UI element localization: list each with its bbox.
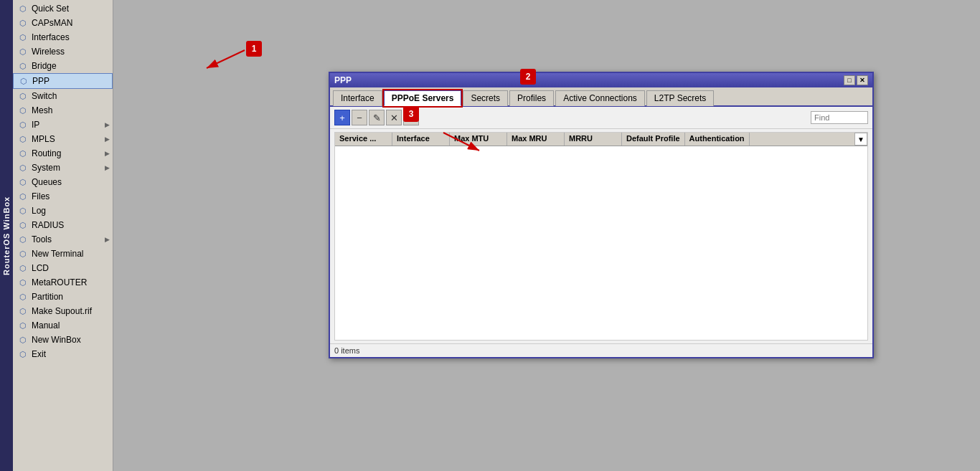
sidebar-item-radius[interactable]: ⬡RADIUS — [13, 218, 113, 232]
titlebar-buttons: □ ✕ — [844, 75, 868, 85]
sidebar-item-switch[interactable]: ⬡Switch — [13, 89, 113, 103]
ip-icon: ⬡ — [17, 119, 29, 130]
routing-arrow-icon: ▶ — [105, 150, 110, 157]
new-winbox-icon: ⬡ — [17, 334, 29, 346]
sidebar-label-quick-set: Quick Set — [32, 4, 110, 14]
manual-icon: ⬡ — [17, 320, 29, 331]
sidebar-item-manual[interactable]: ⬡Manual — [13, 318, 113, 333]
sidebar-label-mpls: MPLS — [32, 134, 105, 144]
remove-button[interactable]: − — [352, 110, 367, 125]
sidebar-label-partition: Partition — [32, 292, 110, 302]
svg-line-1 — [207, 50, 245, 68]
sidebar-item-exit[interactable]: ⬡Exit — [13, 347, 113, 361]
sidebar-label-lcd: LCD — [32, 263, 110, 273]
wireless-icon: ⬡ — [17, 46, 29, 57]
sidebar-item-routing[interactable]: ⬡Routing▶ — [13, 146, 113, 161]
window-titlebar: PPP □ ✕ — [330, 73, 872, 87]
queues-icon: ⬡ — [17, 176, 29, 188]
sidebar-item-make-supout[interactable]: ⬡Make Supout.rif — [13, 304, 113, 318]
sidebar-item-bridge[interactable]: ⬡Bridge — [13, 59, 113, 73]
main-area: PPP □ ✕ InterfacePPPoE ServersSecretsPro… — [113, 0, 980, 471]
table-body — [335, 146, 867, 340]
sidebar-item-mesh[interactable]: ⬡Mesh — [13, 103, 113, 118]
table-area: Service ...InterfaceMax MTUMax MRUMRRUDe… — [334, 132, 868, 341]
sidebar-item-lcd[interactable]: ⬡LCD — [13, 261, 113, 275]
vertical-label: RouterOS WinBox — [0, 0, 13, 471]
sidebar-item-partition[interactable]: ⬡Partition — [13, 290, 113, 304]
edit-button[interactable]: ✎ — [369, 110, 385, 125]
sidebar-label-system: System — [32, 163, 105, 173]
tab-profiles[interactable]: Profiles — [509, 90, 554, 106]
sidebar-label-ip: IP — [32, 120, 105, 130]
ip-arrow-icon: ▶ — [105, 121, 110, 128]
sidebar-item-ip[interactable]: ⬡IP▶ — [13, 118, 113, 132]
sidebar-item-system[interactable]: ⬡System▶ — [13, 161, 113, 175]
minimize-button[interactable]: □ — [844, 75, 855, 85]
partition-icon: ⬡ — [17, 291, 29, 303]
sidebar-label-routing: Routing — [32, 148, 105, 158]
sidebar-label-new-terminal: New Terminal — [32, 249, 110, 259]
sidebar-label-mesh: Mesh — [32, 105, 110, 115]
sidebar-label-switch: Switch — [32, 91, 110, 101]
capsman-icon: ⬡ — [17, 17, 29, 29]
radius-icon: ⬡ — [17, 219, 29, 231]
sidebar-label-new-winbox: New WinBox — [32, 335, 110, 345]
sidebar-label-make-supout: Make Supout.rif — [32, 306, 110, 316]
tools-arrow-icon: ▶ — [105, 236, 110, 243]
sidebar-label-files: Files — [32, 191, 110, 201]
tab-interface[interactable]: Interface — [333, 90, 382, 106]
system-arrow-icon: ▶ — [105, 164, 110, 171]
sidebar-label-tools: Tools — [32, 234, 105, 244]
col-header-max-mtu: Max MTU — [450, 133, 507, 146]
sidebar: ⬡Quick Set⬡CAPsMAN⬡Interfaces⬡Wireless⬡B… — [13, 0, 113, 471]
col-header-mrru: MRRU — [565, 133, 622, 146]
sidebar-item-queues[interactable]: ⬡Queues — [13, 175, 113, 189]
routing-icon: ⬡ — [17, 148, 29, 159]
sidebar-item-wireless[interactable]: ⬡Wireless — [13, 44, 113, 59]
sidebar-label-interfaces: Interfaces — [32, 32, 110, 42]
tab-pppoe-servers[interactable]: PPPoE Servers — [384, 90, 462, 106]
sidebar-label-ppp: PPP — [32, 76, 109, 86]
col-header-interface: Interface — [392, 133, 450, 146]
switch-icon: ⬡ — [17, 90, 29, 102]
tab-l2tp-secrets[interactable]: L2TP Secrets — [646, 90, 714, 106]
tab-active-connections[interactable]: Active Connections — [555, 90, 645, 106]
sidebar-item-quick-set[interactable]: ⬡Quick Set — [13, 1, 113, 16]
tab-bar: InterfacePPPoE ServersSecretsProfilesAct… — [330, 87, 872, 107]
sidebar-item-ppp[interactable]: ⬡PPP — [13, 73, 113, 89]
metarouter-icon: ⬡ — [17, 277, 29, 288]
sidebar-label-bridge: Bridge — [32, 61, 110, 71]
interfaces-icon: ⬡ — [17, 32, 29, 43]
window-title: PPP — [334, 75, 352, 85]
badge-2: 2 — [520, 69, 536, 85]
tab-secrets[interactable]: Secrets — [463, 90, 508, 106]
sidebar-label-queues: Queues — [32, 177, 110, 187]
sidebar-item-capsman[interactable]: ⬡CAPsMAN — [13, 16, 113, 30]
col-header-max-mru: Max MRU — [507, 133, 565, 146]
column-selector-button[interactable]: ▼ — [854, 133, 867, 146]
close-item-button[interactable]: ✕ — [386, 110, 402, 125]
bridge-icon: ⬡ — [17, 60, 29, 72]
sidebar-label-manual: Manual — [32, 320, 110, 330]
sidebar-item-mpls[interactable]: ⬡MPLS▶ — [13, 132, 113, 146]
quick-set-icon: ⬡ — [17, 3, 29, 14]
col-header-authentication: Authentication — [685, 133, 750, 146]
find-input[interactable] — [811, 111, 868, 124]
mpls-icon: ⬡ — [17, 133, 29, 145]
add-button[interactable]: + — [334, 110, 350, 125]
sidebar-item-new-winbox[interactable]: ⬡New WinBox — [13, 333, 113, 347]
sidebar-item-metarouter[interactable]: ⬡MetaROUTER — [13, 275, 113, 290]
table-footer: 0 items — [330, 343, 872, 357]
sidebar-item-new-terminal[interactable]: ⬡New Terminal — [13, 247, 113, 261]
sidebar-item-log[interactable]: ⬡Log — [13, 204, 113, 218]
sidebar-label-log: Log — [32, 206, 110, 216]
ppp-icon: ⬡ — [18, 75, 29, 87]
sidebar-item-interfaces[interactable]: ⬡Interfaces — [13, 30, 113, 44]
close-button[interactable]: ✕ — [857, 75, 868, 85]
sidebar-item-files[interactable]: ⬡Files — [13, 189, 113, 204]
lcd-icon: ⬡ — [17, 262, 29, 274]
sidebar-item-tools[interactable]: ⬡Tools▶ — [13, 232, 113, 247]
system-icon: ⬡ — [17, 162, 29, 173]
sidebar-label-exit: Exit — [32, 349, 110, 359]
mpls-arrow-icon: ▶ — [105, 135, 110, 143]
